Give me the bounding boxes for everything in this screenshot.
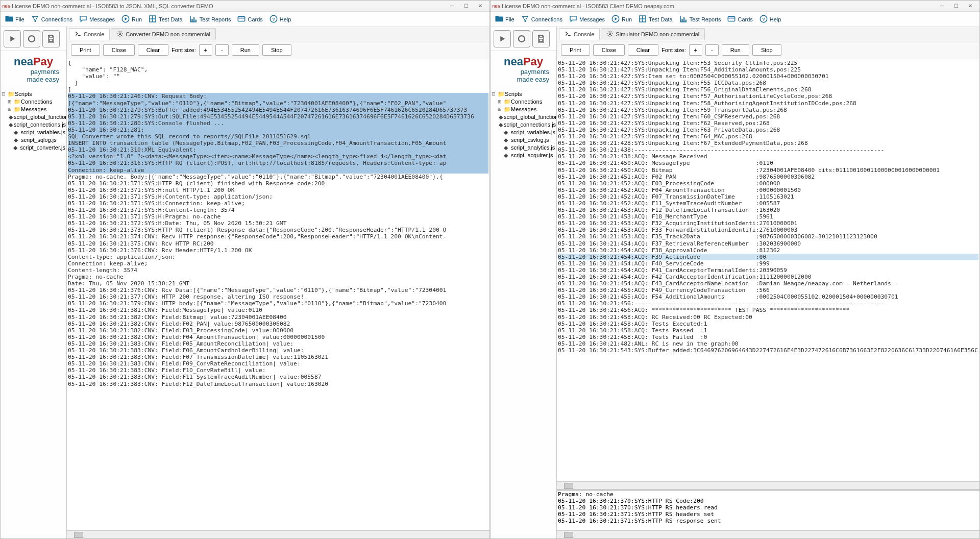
- chart-icon: [679, 14, 688, 24]
- console-line: ]: [68, 86, 488, 93]
- tree-item[interactable]: ◆ script_global_functions.js: [492, 113, 555, 121]
- tree-item[interactable]: ◆ script_connections.js: [492, 121, 555, 129]
- tab-simulator-demo-non-commercial[interactable]: Simulator DEMO non-commercial: [601, 28, 705, 40]
- toolbar-help[interactable]: ? Help: [267, 13, 293, 26]
- run-button[interactable]: Run: [722, 44, 749, 56]
- big-save-button[interactable]: [532, 30, 550, 47]
- console-output[interactable]: { "name": "F128_MAC", "value": "" }]05-1…: [67, 59, 489, 530]
- script-tree[interactable]: ⊟📁 Scripts ⊞📁 Connections ⊞📁 Messages ◆ …: [491, 88, 556, 538]
- toolbar-connections[interactable]: Connections: [519, 13, 565, 26]
- console-icon: [75, 30, 82, 38]
- tree-label: Messages: [21, 106, 46, 112]
- tree-item[interactable]: ⊞📁 Messages: [2, 106, 65, 113]
- horizontal-scrollbar[interactable]: [557, 481, 979, 489]
- minimize-button[interactable]: ─: [935, 1, 949, 11]
- big-stop-button[interactable]: [23, 30, 40, 47]
- tree-item[interactable]: ◆ script_variables.js: [492, 129, 555, 136]
- tree-item[interactable]: ⊞📁 Connections: [492, 98, 555, 106]
- toolbar-cards[interactable]: Cards: [235, 13, 264, 26]
- big-play-button[interactable]: [494, 30, 511, 47]
- close-window-button[interactable]: ✕: [473, 1, 487, 11]
- tree-item[interactable]: ⊞📁 Connections: [2, 98, 65, 106]
- tree-expander-icon[interactable]: ⊞: [8, 99, 13, 104]
- app-icon: nea: [493, 3, 500, 10]
- font-minus-button[interactable]: -: [215, 44, 229, 56]
- clear-button[interactable]: Clear: [628, 44, 658, 56]
- minimize-button[interactable]: ─: [445, 1, 459, 11]
- console-line: Pragma: no-cache: [558, 491, 978, 498]
- script-tree[interactable]: ⊟📁 Scripts ⊞📁 Connections ⊞📁 Messages ◆ …: [1, 88, 66, 538]
- horizontal-scrollbar[interactable]: [67, 530, 489, 538]
- big-play-button[interactable]: [4, 30, 21, 47]
- tree-item[interactable]: ◆ script_variables.js: [2, 129, 65, 136]
- tree-item[interactable]: ◆ script_acquirer.js: [492, 152, 555, 159]
- tree-item[interactable]: ⊞📁 Messages: [492, 106, 555, 113]
- console-output-top[interactable]: 05-11-20 16:30:21:427:SYS:Unpacking Item…: [557, 59, 979, 481]
- file-icon: ◆: [499, 114, 503, 120]
- big-save-button[interactable]: [42, 30, 60, 47]
- font-plus-button[interactable]: +: [689, 44, 702, 56]
- logo-sub2: made easy: [5, 76, 62, 84]
- tree-expander-icon[interactable]: ⊞: [498, 107, 503, 112]
- toolbar-test data[interactable]: Test Data: [146, 13, 184, 26]
- stop-button[interactable]: Stop: [752, 44, 781, 56]
- tab-console[interactable]: Console: [69, 28, 110, 40]
- console-controls: Print Close Clear Font size: + - Run Sto…: [67, 41, 489, 59]
- tree-expander-icon[interactable]: ⊞: [498, 99, 503, 104]
- console-output-bottom[interactable]: Pragma: no-cache05-11-20 16:30:21:370:SY…: [557, 489, 979, 530]
- tree-label: script_global_functions.js: [504, 114, 556, 120]
- close-button[interactable]: Close: [103, 44, 135, 56]
- toolbar-file[interactable]: File: [3, 13, 27, 26]
- toolbar-test reports[interactable]: Test Reports: [677, 13, 723, 26]
- titlebar: nea License DEMO non-commercial - ISO858…: [1, 1, 489, 12]
- tree-expander-icon[interactable]: ⊟: [2, 91, 7, 96]
- tree-item[interactable]: ⊟📁 Scripts: [492, 90, 555, 98]
- toolbar-help[interactable]: ? Help: [757, 13, 783, 26]
- console-line: Pragma: no-cache, Body:[{"name":"Message…: [68, 174, 488, 180]
- toolbar-file[interactable]: File: [493, 13, 517, 26]
- tree-item[interactable]: ◆ script_connections.js: [2, 121, 65, 129]
- toolbar-messages[interactable]: Messages: [77, 13, 117, 26]
- tree-item[interactable]: ◆ script_sqlog.js: [2, 136, 65, 144]
- close-button[interactable]: Close: [593, 44, 625, 56]
- tabs-row: Console Simulator DEMO non-commercial: [557, 27, 979, 41]
- toolbar-connections[interactable]: Connections: [29, 13, 75, 26]
- maximize-button[interactable]: ☐: [459, 1, 473, 11]
- tab-converter-demo-non-commercial[interactable]: Converter DEMO non-commercial: [111, 28, 216, 40]
- toolbar-label: Test Data: [159, 16, 182, 22]
- toolbar-run[interactable]: Run: [119, 13, 144, 26]
- tree-expander-icon[interactable]: ⊟: [492, 91, 497, 96]
- play-controls: [491, 27, 556, 51]
- tree-label: script_csvlog.js: [511, 137, 549, 143]
- tree-item[interactable]: ⊟📁 Scripts: [2, 90, 65, 98]
- print-button[interactable]: Print: [561, 44, 590, 56]
- tree-item[interactable]: ◆ script_csvlog.js: [492, 136, 555, 144]
- tree-item[interactable]: ◆ script_converter.js: [2, 144, 65, 152]
- clear-button[interactable]: Clear: [138, 44, 168, 56]
- maximize-button[interactable]: ☐: [949, 1, 963, 11]
- tab-console[interactable]: Console: [559, 28, 600, 40]
- toolbar-run[interactable]: Run: [609, 13, 634, 26]
- tree-expander-icon[interactable]: ⊞: [8, 107, 13, 112]
- toolbar-test data[interactable]: Test Data: [636, 13, 674, 26]
- toolbar-cards[interactable]: Cards: [725, 13, 754, 26]
- print-button[interactable]: Print: [71, 44, 100, 56]
- svg-rect-22: [685, 19, 686, 22]
- console-line: 05-11-20 16:30:21:455:ACQ: F54_Additiona…: [558, 293, 978, 300]
- folder-icon: 📁: [14, 106, 20, 113]
- tree-item[interactable]: ◆ script_global_functions.js: [2, 113, 65, 121]
- close-window-button[interactable]: ✕: [963, 1, 977, 11]
- tree-item[interactable]: ◆ script_analytics.js: [492, 144, 555, 152]
- file-icon: ◆: [9, 114, 13, 120]
- grid-icon: [148, 14, 157, 24]
- horizontal-scrollbar-bottom[interactable]: [557, 530, 979, 538]
- stop-button[interactable]: Stop: [262, 44, 291, 56]
- toolbar-test reports[interactable]: Test Reports: [187, 13, 233, 26]
- console-line: 05-11-20 16:30:21:450:ACQ: MessageType :…: [558, 160, 978, 166]
- big-stop-button[interactable]: [513, 30, 530, 47]
- console-line: 05-11-20 16:30:21:427:SYS:Unpacking Item…: [558, 80, 978, 86]
- font-minus-button[interactable]: -: [705, 44, 719, 56]
- run-button[interactable]: Run: [232, 44, 259, 56]
- font-plus-button[interactable]: +: [199, 44, 212, 56]
- toolbar-messages[interactable]: Messages: [567, 13, 607, 26]
